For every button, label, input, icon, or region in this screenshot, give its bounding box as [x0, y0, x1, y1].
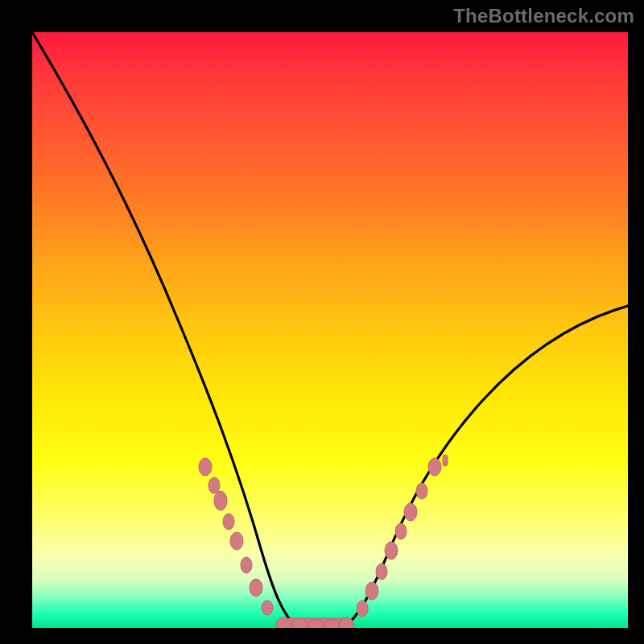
svg-point-7 [262, 601, 273, 615]
svg-point-9 [276, 617, 291, 628]
svg-point-11 [308, 619, 323, 628]
svg-point-12 [324, 619, 339, 628]
chart-svg [32, 32, 628, 628]
svg-point-14 [357, 601, 368, 617]
svg-point-5 [241, 557, 252, 573]
svg-point-17 [385, 542, 398, 559]
svg-point-6 [250, 579, 262, 597]
svg-point-18 [395, 523, 407, 539]
svg-rect-22 [443, 455, 448, 466]
curve-markers [199, 455, 448, 628]
svg-point-1 [208, 477, 220, 493]
svg-point-16 [376, 564, 387, 580]
svg-point-20 [416, 483, 427, 499]
svg-point-13 [339, 617, 353, 628]
svg-point-19 [404, 503, 417, 521]
svg-point-10 [292, 618, 307, 628]
svg-point-0 [199, 458, 212, 476]
svg-point-15 [365, 582, 378, 600]
chart-frame: TheBottleneck.com [0, 0, 644, 644]
svg-point-2 [214, 491, 227, 510]
svg-point-21 [428, 458, 441, 476]
svg-point-3 [223, 514, 234, 530]
svg-point-4 [230, 532, 243, 550]
watermark-text: TheBottleneck.com [453, 5, 634, 27]
plot-area [32, 32, 628, 628]
bottleneck-curve [32, 32, 628, 625]
